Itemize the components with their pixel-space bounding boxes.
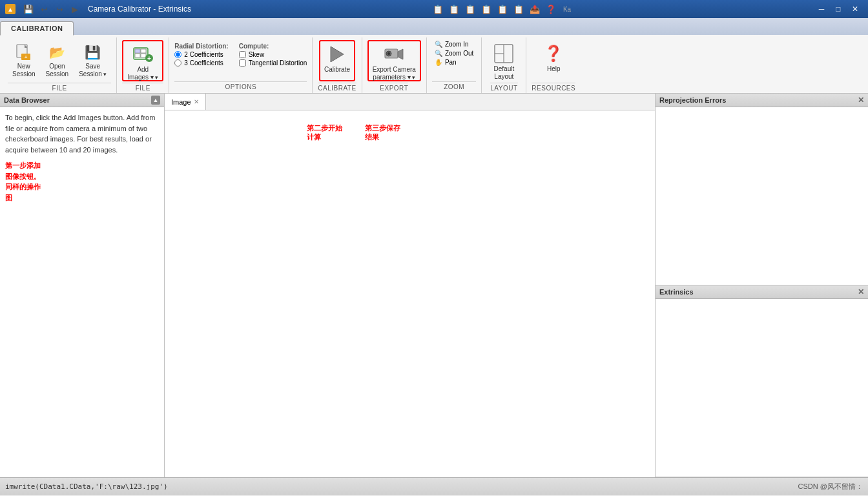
- tangential-label: Tangential Distortion: [249, 59, 307, 67]
- extrinsics-content: [656, 299, 868, 477]
- checkbox-group: Skew Tangential Distortion: [239, 51, 307, 67]
- skew-input[interactable]: [239, 51, 246, 58]
- icon-export[interactable]: 📤: [528, 2, 542, 16]
- add-images-icon: +: [132, 44, 153, 65]
- svg-marker-14: [398, 49, 403, 59]
- image-content-area: 第二步开始计算 第三步保存结果: [165, 110, 655, 477]
- qa-undo-btn[interactable]: ↩: [37, 3, 50, 16]
- icon-3[interactable]: 📋: [463, 2, 477, 16]
- image-tab[interactable]: Image ✕: [165, 94, 206, 110]
- annotation-step2: 第二步开始计算: [307, 123, 342, 142]
- ribbon-toolbar: + NewSession 📂 OpenSession 💾 SaveSession: [0, 35, 868, 93]
- svg-point-16: [388, 52, 390, 55]
- pan-icon: ✋: [435, 59, 442, 66]
- icon-6[interactable]: 📋: [512, 2, 526, 16]
- tab-calibration[interactable]: CALIBRATION: [0, 21, 74, 36]
- add-images-button[interactable]: + AddImages ▾: [122, 40, 163, 81]
- calibrate-group-label: CALIBRATE: [318, 83, 356, 94]
- radio-group: 2 Coefficients 3 Coefficients: [174, 51, 228, 67]
- tangential-checkbox[interactable]: Tangential Distortion: [239, 59, 307, 67]
- calibrate-icon: [327, 44, 347, 65]
- image-tab-label: Image: [171, 98, 191, 106]
- image-panel-header: Image ✕: [165, 94, 655, 110]
- data-browser: Data Browser ▲ To begin, click the Add I…: [0, 94, 165, 477]
- window-controls: ─ □ ✕: [814, 3, 863, 15]
- icon-2[interactable]: 📋: [447, 2, 461, 16]
- top-right-icons: 📋 📋 📋 📋 📋 📋 📤 ❓ Ka: [431, 2, 574, 16]
- data-browser-expand-icon[interactable]: ▲: [151, 96, 160, 105]
- reprojection-errors-close[interactable]: ✕: [858, 96, 864, 105]
- icon-4[interactable]: 📋: [479, 2, 493, 16]
- pan-label: Pan: [445, 59, 457, 66]
- help-icon: ❓: [543, 43, 564, 64]
- coeff2-input[interactable]: [174, 51, 181, 58]
- close-btn[interactable]: ✕: [847, 3, 863, 15]
- zoom-out-icon: 🔍: [435, 50, 442, 57]
- radial-distortion-group: Radial Distortion: 2 Coefficients 3 Coef…: [174, 40, 228, 78]
- reprojection-errors-panel: Reprojection Errors ✕: [656, 94, 868, 285]
- ribbon-group-calibrate: Calibrate CALIBRATE: [313, 37, 362, 93]
- right-panels: Reprojection Errors ✕ Extrinsics ✕: [655, 94, 868, 477]
- qa-redo-btn[interactable]: ↪: [53, 3, 66, 16]
- qa-run-btn[interactable]: ▶: [68, 3, 81, 16]
- annotation-step1-line4: 图: [5, 192, 159, 203]
- annotation-step1-line2: 图像按钮。: [5, 171, 159, 182]
- help-label: Help: [547, 65, 561, 73]
- coeff3-label: 3 Coefficients: [184, 59, 223, 67]
- layout-group-label: LAYOUT: [490, 83, 517, 94]
- default-layout-label: DefaultLayout: [494, 65, 515, 81]
- default-layout-icon: [493, 43, 514, 64]
- maximize-btn[interactable]: □: [831, 3, 846, 15]
- open-session-button[interactable]: 📂 OpenSession: [41, 40, 74, 81]
- reprojection-errors-content: [656, 107, 868, 285]
- resources-group-label: RESOURCES: [532, 83, 575, 94]
- file-group-label: FILE: [8, 83, 111, 94]
- tangential-input[interactable]: [239, 59, 246, 67]
- pan-button[interactable]: ✋ Pan: [432, 58, 476, 67]
- new-session-button[interactable]: + NewSession: [8, 40, 40, 81]
- new-session-icon: +: [15, 43, 33, 61]
- main-content: Data Browser ▲ To begin, click the Add I…: [0, 94, 868, 477]
- data-browser-content: To begin, click the Add Images button. A…: [0, 107, 164, 477]
- icon-1[interactable]: 📋: [431, 2, 445, 16]
- calibrate-button[interactable]: Calibrate: [319, 40, 355, 81]
- zoom-group-label: ZOOM: [432, 81, 476, 93]
- ribbon-group-add-images: + AddImages ▾ FILE: [117, 37, 169, 93]
- ribbon-group-zoom: 🔍 Zoom In 🔍 Zoom Out ✋ Pan ZOOM: [427, 37, 482, 93]
- extrinsics-close[interactable]: ✕: [858, 287, 864, 296]
- default-layout-button[interactable]: DefaultLayout: [487, 40, 521, 81]
- save-session-icon: 💾: [84, 43, 102, 61]
- export-group-label: EXPORT: [380, 83, 408, 94]
- minimize-btn[interactable]: ─: [814, 3, 829, 15]
- csdn-watermark: CSDN @风不留情：: [798, 482, 863, 491]
- ribbon: CALIBRATION + NewSession 📂 Open: [0, 18, 868, 94]
- icon-5[interactable]: 📋: [495, 2, 510, 16]
- coeff3-radio[interactable]: 3 Coefficients: [174, 59, 228, 67]
- export-camera-button[interactable]: Export Cameraparameters ▾: [367, 40, 421, 81]
- data-browser-title: Data Browser: [4, 96, 50, 104]
- coeff3-input[interactable]: [174, 59, 181, 67]
- extrinsics-panel: Extrinsics ✕: [656, 285, 868, 477]
- image-panel: Image ✕ 第二步开始计算 第三步保存结果: [165, 94, 655, 477]
- ribbon-tab-bar: CALIBRATION: [0, 18, 868, 35]
- compute-label: Compute:: [239, 43, 307, 50]
- zoom-in-button[interactable]: 🔍 Zoom In: [432, 40, 476, 48]
- open-session-label: OpenSession: [46, 63, 69, 78]
- export-camera-icon: [384, 44, 404, 65]
- zoom-in-label: Zoom In: [445, 41, 469, 48]
- help-button[interactable]: ❓ Help: [539, 40, 568, 81]
- app-title: Camera Calibrator - Extrinsics: [88, 5, 191, 14]
- svg-rect-9: [141, 54, 146, 57]
- extrinsics-title: Extrinsics: [659, 288, 694, 296]
- icon-help-top[interactable]: ❓: [544, 2, 558, 16]
- save-session-button[interactable]: 💾 SaveSession: [74, 40, 111, 81]
- data-browser-text: To begin, click the Add Images button. A…: [5, 112, 159, 155]
- coeff2-radio[interactable]: 2 Coefficients: [174, 51, 228, 58]
- image-tab-close[interactable]: ✕: [194, 98, 199, 105]
- calibrate-label: Calibrate: [324, 66, 350, 74]
- svg-text:+: +: [147, 55, 151, 62]
- qa-save-btn[interactable]: 💾: [22, 3, 35, 16]
- reprojection-errors-title: Reprojection Errors: [659, 96, 726, 104]
- zoom-out-button[interactable]: 🔍 Zoom Out: [432, 49, 476, 57]
- skew-checkbox[interactable]: Skew: [239, 51, 307, 58]
